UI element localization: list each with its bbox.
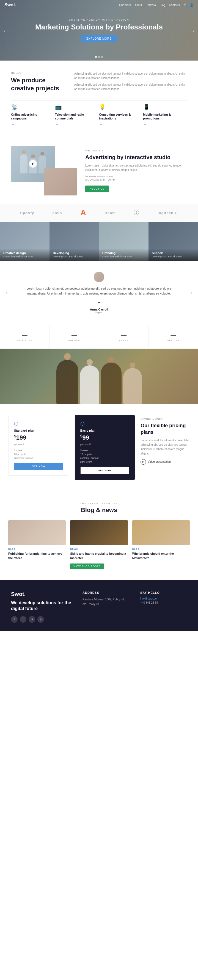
play-button[interactable]: ▶ [29, 160, 37, 168]
footer-social: f t in p [11, 616, 71, 623]
footer-tagline: We develop solutions for the digital fut… [11, 600, 71, 612]
testimonial-avatar [94, 272, 104, 282]
nav-link-contacts[interactable]: Contacts [169, 3, 180, 6]
pricing-feature-basic-3: 24/7 lorem [80, 461, 130, 463]
blog-read-more-button[interactable]: View Blog Posts [70, 563, 104, 569]
hero-tag: Creative Agency with a Passion [35, 18, 163, 21]
blog-image-2 [132, 520, 190, 545]
testimonial-next-arrow[interactable]: › [191, 290, 193, 296]
pricing-feature-basic-2: customer support [80, 457, 130, 460]
social-icon-twitter[interactable]: t [20, 616, 26, 623]
portfolio-title-2: Branding [102, 251, 145, 255]
studio-hours-saturday: SATURDAY: 8 AM – 10 PM [85, 178, 187, 181]
nav-link-blog[interactable]: Blog [160, 3, 165, 6]
blog-grid: Blog Publishing for brands: tips to achi… [8, 520, 190, 569]
nav-link-about[interactable]: About [135, 3, 142, 6]
stat-people-label: People [55, 339, 93, 342]
blog-section: The Latest Articles Blog & news Blog Pub… [0, 491, 198, 580]
pricing-features-basic: 5 users 10 projects customer support 24/… [80, 449, 130, 463]
hello-desc-1: Adipiscing elit, sed do eiusmod tempor i… [74, 72, 187, 80]
hero-next-arrow[interactable]: › [193, 27, 195, 33]
team-photo [0, 349, 198, 404]
portfolio-item-1[interactable]: Developing Lorem ipsum dolor sit amet [49, 222, 99, 261]
stats-section: — Projects — People — Years — Offices [0, 325, 198, 349]
footer-logo: Swot. [11, 591, 71, 597]
stat-offices: — Offices [149, 325, 198, 348]
studio-tag: We make it [85, 149, 187, 152]
hero-content: Creative Agency with a Passion Marketing… [35, 18, 163, 42]
hero-dot-3[interactable] [101, 56, 103, 58]
pricing-cta-basic[interactable]: Get Now [80, 466, 130, 474]
team-photo-figures [0, 349, 198, 404]
pricing-feature-std-0: 5 users [14, 449, 63, 452]
stat-people-number: — [55, 332, 93, 338]
service-icon-0: 📡 [11, 104, 51, 110]
hero-dot-2[interactable] [98, 56, 100, 58]
blog-category-1: News [70, 548, 128, 550]
stat-projects: — Projects [0, 325, 49, 348]
main-nav: Swot. Our Work About Portfolio Blog Cont… [0, 0, 198, 10]
service-arrow-3[interactable]: → [143, 122, 183, 127]
portfolio-item-2[interactable]: Branding Lorem ipsum dolor sit amet [99, 222, 149, 261]
pricing-icon-basic: ⬡ [80, 421, 130, 427]
studio-cta-button[interactable]: About Us [85, 186, 109, 192]
footer-address-col: Address Random Address, 1002, Policy inf… [82, 591, 129, 623]
service-arrow-0[interactable]: → [11, 122, 51, 127]
studio-secondary-image [44, 168, 77, 196]
pricing-right-desc: Lorem ipsum dolor sit amet, consectetur … [141, 438, 190, 456]
pricing-cta-standard[interactable]: Get Now [14, 463, 63, 470]
hero-dot-1[interactable] [95, 56, 97, 58]
service-title-1: Television and radio commercials [55, 113, 95, 121]
blog-card-title-2: Why brands should enter the Metaverse? [132, 552, 190, 560]
portfolio-item-3[interactable]: Support Lorem ipsum dolor sit amet [149, 222, 198, 261]
hero-dots [95, 56, 103, 58]
pricing-price-basic: $99 [80, 434, 130, 441]
blog-image-0 [8, 520, 66, 545]
footer-contact-col: Say Hello info@swot.com +40 843 25 69 [140, 591, 187, 623]
studio-desc: Lorem ipsum dolor sit amet, consectetur … [85, 164, 187, 172]
blog-tag: The Latest Articles [8, 502, 190, 505]
logo-adobe [80, 210, 86, 216]
social-icon-instagram[interactable]: in [29, 616, 35, 623]
social-icon-pinterest[interactable]: p [37, 616, 44, 623]
hello-left: Hello! We produce creative projects [11, 72, 66, 92]
play-video-icon: ▶ [141, 459, 146, 465]
nav-link-portfolio[interactable]: Portfolio [146, 3, 156, 6]
service-item-3: 📱 Mobile marketing & promotions → [143, 100, 187, 129]
pricing-card-standard: ⬡ Standard plan $199 per month 5 users 2… [8, 415, 69, 476]
portfolio-item-0[interactable]: Creative design Lorem ipsum dolor sit am… [0, 222, 49, 261]
social-icon-facebook[interactable]: f [11, 616, 17, 623]
pricing-name-standard: Standard plan [14, 429, 63, 432]
svg-text:₿: ₿ [135, 211, 137, 214]
pricing-video-link[interactable]: ▶ Video presentation [141, 459, 190, 465]
pricing-feature-std-1: 20 projects [14, 453, 63, 456]
service-arrow-2[interactable]: → [99, 122, 139, 127]
service-title-3: Mobile marketing & promotions [143, 113, 183, 121]
service-item-1: 📺 Television and radio commercials → [55, 100, 99, 129]
pricing-right-title: Our flexible pricing plans [141, 423, 190, 436]
studio-title: Advertising by interactive studio [85, 154, 187, 161]
pricing-period-standard: per month [14, 443, 63, 446]
blog-category-2: Blog [132, 548, 190, 550]
hero-prev-arrow[interactable]: ‹ [3, 27, 5, 33]
hero-section: Swot. Our Work About Portfolio Blog Cont… [0, 0, 198, 60]
blog-card-title-0: Publishing for brands: tips to achieve t… [8, 552, 66, 560]
footer-phone: +40 843 25 69 [140, 601, 187, 604]
testimonial-name: Anna Carroll [22, 308, 176, 311]
logo-logitech: logitech G [158, 211, 178, 215]
search-icon[interactable]: 🔍 [184, 3, 188, 7]
user-icon[interactable]: 👤 [190, 3, 193, 7]
service-arrow-1[interactable]: → [55, 122, 95, 127]
testimonial-prev-arrow[interactable]: ‹ [5, 290, 7, 296]
blog-card-title-1: Skills and habits crucial to becoming a … [70, 552, 128, 560]
nav-link-our-work[interactable]: Our Work [119, 3, 131, 6]
footer-email[interactable]: info@swot.com [140, 597, 187, 600]
blog-title: Blog & news [8, 506, 190, 514]
hero-cta-button[interactable]: Explore More [81, 35, 117, 42]
portfolio-desc-3: Lorem ipsum dolor sit amet [152, 255, 195, 258]
portfolio-overlay-2: Branding Lorem ipsum dolor sit amet [99, 248, 149, 261]
pricing-saving-label: Saving Money [141, 418, 190, 420]
pricing-feature-std-2: customer support [14, 457, 63, 460]
logo-spotify: Spotify [20, 211, 34, 215]
hero-title: Marketing Solutions by Professionals [35, 23, 163, 31]
